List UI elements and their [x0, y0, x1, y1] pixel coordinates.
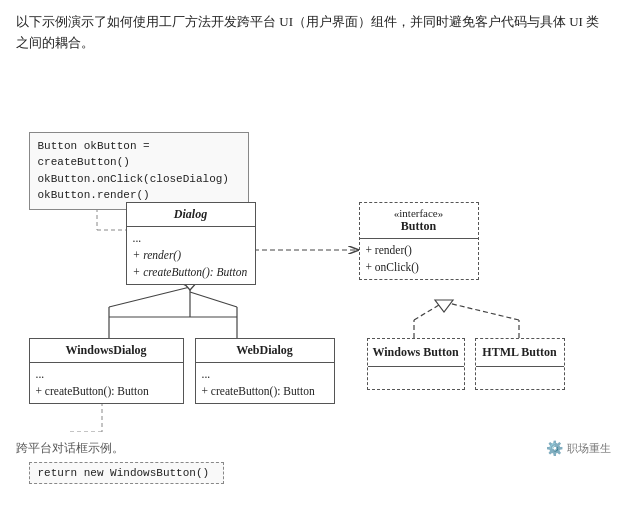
dialog-box: Dialog ... + render() + createButton(): … [126, 202, 256, 286]
windows-button-title: Windows Button [368, 339, 464, 367]
windows-dialog-body: ... + createButton(): Button [30, 363, 183, 404]
logo-text: 职场重生 [567, 441, 611, 456]
intro-text: 以下示例演示了如何使用工厂方法开发跨平台 UI（用户界面）组件，并同时避免客户代… [16, 12, 611, 54]
web-dialog-box: WebDialog ... + createButton(): Button [195, 338, 335, 405]
code-line-2: okButton.onClick(closeDialog) [38, 171, 240, 188]
svg-line-16 [444, 302, 519, 320]
dialog-title: Dialog [127, 203, 255, 227]
button-title: «interface» Button [360, 203, 478, 239]
button-line-1: + render() [366, 242, 472, 259]
footer: 跨平台对话框示例。 ⚙️ 职场重生 [16, 440, 611, 457]
button-line-2: + onClick() [366, 259, 472, 276]
diagram-area: Button okButton = createButton() okButto… [19, 72, 609, 432]
web-dialog-title: WebDialog [196, 339, 334, 363]
windows-button-box: Windows Button [367, 338, 465, 390]
logo-area: ⚙️ 职场重生 [546, 440, 611, 457]
dialog-line-1: ... [133, 230, 249, 247]
return-text: return new WindowsButton() [38, 467, 210, 479]
return-box: return new WindowsButton() [29, 462, 224, 484]
code-line-1: Button okButton = createButton() [38, 138, 240, 171]
html-button-box: HTML Button [475, 338, 565, 390]
svg-marker-17 [435, 300, 453, 312]
wd-line-2: + createButton(): Button [36, 383, 177, 400]
svg-line-14 [414, 302, 444, 320]
button-stereotype: «interface» [366, 207, 472, 219]
svg-line-9 [190, 292, 237, 307]
windows-dialog-title: WindowsDialog [30, 339, 183, 363]
wb-title-text: Windows Button [372, 345, 460, 360]
web-dialog-body: ... + createButton(): Button [196, 363, 334, 404]
button-body: + render() + onClick() [360, 239, 478, 280]
svg-line-6 [109, 287, 190, 307]
dialog-line-2: + render() [133, 247, 249, 264]
html-button-title: HTML Button [476, 339, 564, 367]
dialog-body: ... + render() + createButton(): Button [127, 227, 255, 285]
wd-line-1: ... [36, 366, 177, 383]
button-box: «interface» Button + render() + onClick(… [359, 202, 479, 281]
windows-dialog-box: WindowsDialog ... + createButton(): Butt… [29, 338, 184, 405]
dialog-line-3: + createButton(): Button [133, 264, 249, 281]
hb-title-text: HTML Button [480, 345, 560, 360]
wbd-line-2: + createButton(): Button [202, 383, 328, 400]
button-title-text: Button [366, 219, 472, 234]
code-box: Button okButton = createButton() okButto… [29, 132, 249, 210]
wbd-line-1: ... [202, 366, 328, 383]
logo-icon: ⚙️ [546, 440, 563, 457]
caption-text: 跨平台对话框示例。 [16, 440, 124, 457]
